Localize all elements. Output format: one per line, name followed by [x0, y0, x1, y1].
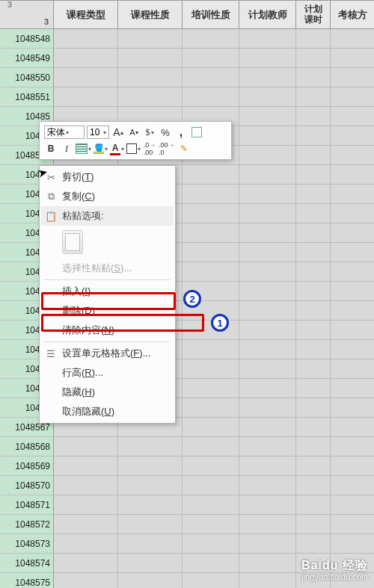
cell[interactable] [239, 321, 296, 340]
cell[interactable] [183, 29, 239, 49]
row-header[interactable]: 1048551 [0, 87, 54, 107]
cell[interactable] [331, 398, 374, 418]
cell[interactable] [296, 379, 331, 398]
row-header[interactable]: 1048568 [0, 437, 54, 457]
cell[interactable] [239, 359, 296, 379]
cell[interactable] [54, 476, 118, 495]
cell[interactable] [118, 457, 183, 476]
cell[interactable] [54, 49, 118, 68]
cell[interactable] [331, 301, 374, 321]
decrease-decimal-button[interactable]: .00→.0 [159, 142, 175, 155]
menu-hide[interactable]: 隐藏(H) [41, 383, 174, 402]
cell[interactable] [239, 379, 296, 398]
cell[interactable] [331, 29, 374, 49]
cell[interactable] [331, 87, 374, 107]
cell[interactable] [183, 418, 239, 437]
cell[interactable] [239, 301, 296, 321]
currency-button[interactable]: $▾ [143, 126, 156, 139]
cell[interactable] [239, 165, 296, 185]
cell[interactable] [296, 457, 331, 476]
menu-clear-contents[interactable]: 清除内容(N) [41, 321, 174, 340]
cell[interactable] [296, 321, 331, 340]
cell[interactable] [296, 340, 331, 359]
cell[interactable] [54, 437, 118, 457]
row-header[interactable]: 1048550 [0, 68, 54, 87]
cell[interactable] [239, 185, 296, 204]
menu-copy[interactable]: ⧉ 复制(C) [41, 187, 174, 206]
merge-button[interactable] [190, 126, 203, 139]
cell[interactable] [331, 534, 374, 554]
cell[interactable] [239, 457, 296, 476]
cell[interactable] [239, 495, 296, 515]
cell[interactable] [54, 495, 118, 515]
cell[interactable] [118, 476, 183, 495]
cell[interactable] [296, 437, 331, 457]
cell[interactable] [118, 515, 183, 534]
cell[interactable] [331, 379, 374, 398]
cell[interactable] [118, 68, 183, 87]
cell[interactable] [239, 554, 296, 573]
cell[interactable] [296, 146, 331, 165]
cell[interactable] [54, 29, 118, 49]
cell[interactable] [118, 29, 183, 49]
corner-cell[interactable]: 3 3 [0, 1, 54, 29]
menu-insert[interactable]: 插入(I) [41, 282, 174, 301]
cell[interactable] [183, 379, 239, 398]
cell[interactable] [296, 418, 331, 437]
cell[interactable] [239, 282, 296, 301]
cell[interactable] [331, 68, 374, 87]
cell[interactable] [331, 457, 374, 476]
cell[interactable] [331, 340, 374, 359]
cell[interactable] [296, 534, 331, 554]
cell[interactable] [54, 515, 118, 534]
cell[interactable] [331, 49, 374, 68]
decrease-font-button[interactable]: A▾ [127, 126, 141, 139]
cell[interactable] [239, 418, 296, 437]
format-painter-button[interactable]: ✎ [177, 142, 191, 155]
cell[interactable] [118, 49, 183, 68]
cell[interactable] [239, 243, 296, 262]
cell[interactable] [118, 534, 183, 554]
row-header[interactable]: 1048574 [0, 554, 54, 573]
cell[interactable] [331, 437, 374, 457]
cell[interactable] [183, 398, 239, 418]
cell[interactable] [239, 107, 296, 126]
font-color-button[interactable]: A▾ [110, 142, 124, 155]
cell[interactable] [331, 243, 374, 262]
col-header-1[interactable]: 课程类型 [54, 1, 118, 29]
row-header[interactable]: 1048572 [0, 515, 54, 534]
cell[interactable] [183, 495, 239, 515]
cell[interactable] [54, 87, 118, 107]
menu-unhide[interactable]: 取消隐藏(U) [41, 402, 174, 421]
cell[interactable] [239, 398, 296, 418]
menu-format-cells[interactable]: ☰ 设置单元格格式(F)... [41, 344, 174, 363]
cell[interactable] [331, 107, 374, 126]
font-name-selector[interactable]: 宋体 ▾ [44, 126, 85, 139]
cell[interactable] [183, 573, 239, 588]
cell[interactable] [183, 243, 239, 262]
cell[interactable] [183, 68, 239, 87]
cell[interactable] [54, 68, 118, 87]
cell[interactable] [54, 457, 118, 476]
cell[interactable] [239, 437, 296, 457]
cell[interactable] [296, 495, 331, 515]
cell[interactable] [183, 534, 239, 554]
cell[interactable] [239, 476, 296, 495]
cell[interactable] [331, 515, 374, 534]
cell[interactable] [296, 262, 331, 282]
cell[interactable] [183, 437, 239, 457]
row-header[interactable]: 1048548 [0, 29, 54, 49]
col-header-4[interactable]: 计划教师 [239, 1, 296, 29]
cell[interactable] [239, 515, 296, 534]
cell[interactable] [296, 359, 331, 379]
cell[interactable] [296, 301, 331, 321]
menu-paste-option[interactable] [41, 226, 174, 259]
cell[interactable] [183, 457, 239, 476]
col-header-6[interactable]: 考核方 [331, 1, 374, 29]
cell[interactable] [239, 68, 296, 87]
cell[interactable] [183, 359, 239, 379]
fill-color-button[interactable]: 🪣▾ [94, 142, 108, 155]
increase-font-button[interactable]: A▴ [111, 126, 125, 139]
cell[interactable] [239, 204, 296, 223]
cell[interactable] [296, 165, 331, 185]
